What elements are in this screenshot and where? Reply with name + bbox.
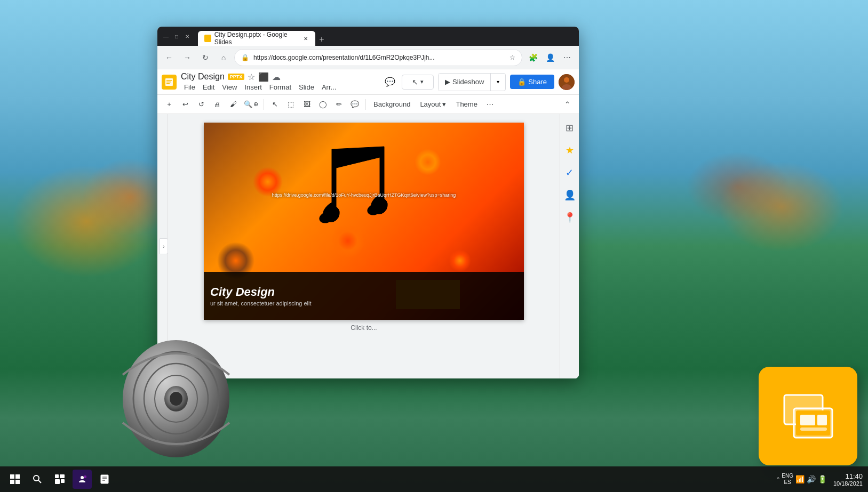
start-button[interactable] [5,470,25,489]
svg-rect-27 [55,474,59,478]
sidebar-check-icon[interactable]: ✓ [562,165,577,180]
menu-arrange[interactable]: Arr... [318,82,339,92]
new-tab-button[interactable]: + [315,33,328,46]
svg-rect-24 [15,480,20,484]
clock-time: 11:40 [833,472,863,480]
text-box-button[interactable]: ⬚ [283,97,298,112]
comment-toolbar-button[interactable]: 💬 [347,97,362,112]
forward-button[interactable]: → [180,50,195,65]
profile-button[interactable]: 👤 [543,50,558,65]
menu-view[interactable]: View [219,82,240,92]
window-maximize-button[interactable]: □ [172,32,181,41]
svg-rect-33 [101,475,108,483]
language-indicator[interactable]: ENGES [782,473,793,486]
address-bar[interactable]: 🔒 ☆ [234,49,522,66]
menu-file[interactable]: File [181,82,198,92]
tab-close-button[interactable]: ✕ [302,35,309,42]
menu-format[interactable]: Format [266,82,294,92]
layout-chevron-icon: ▾ [442,100,446,108]
sidebar-grid-icon[interactable]: ⊞ [562,120,577,135]
window-close-button[interactable]: ✕ [183,32,192,41]
more-options-button[interactable]: ⋯ [483,97,498,112]
window-controls: — □ ✕ [162,32,192,41]
slides-right-sidebar: ⊞ ★ ✓ 👤 📍 [560,114,579,378]
sidebar-star-icon[interactable]: ★ [562,143,577,158]
toolbar: + ↩ ↺ 🖨 🖌 🔍⊕ ↖ ⬚ 🖼 ◯ ✏ 💬 Background Layo… [157,95,579,114]
battery-icon[interactable]: 🔋 [818,475,827,483]
home-button[interactable]: ⌂ [216,50,231,65]
cursor-mode-button[interactable]: ↖▾ [402,75,434,90]
search-button[interactable] [28,470,47,489]
refresh-button[interactable]: ↻ [198,50,213,65]
lock-icon: 🔒 [241,54,249,61]
slide-panel: › [157,114,168,378]
collapse-toolbar-button[interactable]: ⌃ [560,97,575,112]
app-bar: City Design PPTX ☆ ⬛ ☁ File Edit View In… [157,69,579,95]
taskbar-right: ^ ENGES 📶 🔊 🔋 11:40 10/18/2021 [777,472,863,487]
slide-url-text: https://drive.google.com/file/d/1oFuY-hv… [204,192,524,199]
active-tab[interactable]: City Design.pptx - Google Slides ✕ [198,31,315,46]
image-button[interactable]: 🖼 [299,97,314,112]
slide-panel-toggle[interactable]: › [160,238,168,254]
url-input[interactable] [253,54,505,61]
clock-date: 10/18/2021 [833,480,863,487]
window-minimize-button[interactable]: — [162,32,170,41]
cloud-icon[interactable]: ☁ [272,72,281,82]
svg-rect-22 [15,474,20,479]
share-button[interactable]: 🔒 Share [510,75,554,89]
slideshow-icon: ▶ [445,78,450,86]
nav-right-icons: 🧩 👤 ⋯ [525,50,575,65]
teams-button[interactable] [73,470,92,489]
svg-rect-29 [55,479,60,484]
drive-icon[interactable]: ⬛ [258,72,269,82]
sidebar-person-icon[interactable]: 👤 [562,188,577,203]
app-title: City Design [181,72,225,82]
shapes-button[interactable]: ◯ [315,97,330,112]
svg-rect-3 [166,83,170,84]
task-view-button[interactable] [50,470,69,489]
zoom-button[interactable]: 🔍⊕ [242,97,260,112]
back-button[interactable]: ← [162,50,177,65]
wps-presentation-icon[interactable] [759,367,857,465]
more-menu-button[interactable]: ⋯ [560,50,575,65]
menu-insert[interactable]: Insert [241,82,265,92]
user-avatar[interactable] [559,74,575,90]
layout-label: Layout [420,100,441,108]
undo-button[interactable]: ↩ [178,97,193,112]
menu-slide[interactable]: Slide [296,82,317,92]
theme-label: Theme [456,100,477,108]
expand-tray-icon[interactable]: ^ [777,476,779,482]
slide-frame[interactable]: https://drive.google.com/file/d/1oFuY-hv… [204,123,524,320]
svg-rect-1 [166,80,172,81]
taskbar-left [5,470,114,489]
volume-icon[interactable]: 🔊 [807,475,816,483]
star-icon[interactable]: ☆ [248,72,255,82]
navigation-bar: ← → ↻ ⌂ 🔒 ☆ 🧩 👤 ⋯ [157,46,579,69]
wifi-icon[interactable]: 📶 [795,475,805,483]
menu-edit[interactable]: Edit [200,82,218,92]
extensions-button[interactable]: 🧩 [525,50,540,65]
svg-rect-30 [61,479,65,483]
slideshow-dropdown-button[interactable]: ▾ [490,74,505,91]
redo-button[interactable]: ↺ [194,97,209,112]
notepad-button[interactable] [95,470,114,489]
add-button[interactable]: + [162,97,177,112]
sidebar-map-icon[interactable]: 📍 [562,210,577,225]
comment-button[interactable]: 💬 [383,75,397,90]
slideshow-button[interactable]: ▶ Slideshow [439,74,490,91]
pptx-badge: PPTX [228,74,245,80]
theme-button[interactable]: Theme [451,97,481,112]
background-button[interactable]: Background [369,97,415,112]
svg-rect-2 [166,82,171,83]
desktop: — □ ✕ City Design.pptx - Google Slides ✕… [0,0,868,492]
zoom-icon: 🔍 [244,100,252,108]
toolbar-separator [264,99,264,110]
select-tool-button[interactable]: ↖ [267,97,282,112]
slide-canvas-area[interactable]: https://drive.google.com/file/d/1oFuY-hv… [168,114,560,378]
taskbar-clock[interactable]: 11:40 10/18/2021 [833,472,863,487]
bookmark-icon[interactable]: ☆ [509,54,515,61]
lines-button[interactable]: ✏ [331,97,346,112]
paint-format-button[interactable]: 🖌 [226,97,241,112]
print-button[interactable]: 🖨 [210,97,225,112]
layout-button[interactable]: Layout ▾ [416,97,450,112]
